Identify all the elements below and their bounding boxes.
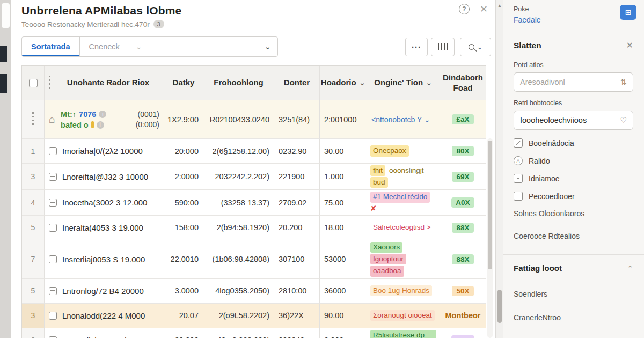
left-nav-tile	[2, 3, 10, 28]
summary-paren1: (0001)	[138, 110, 159, 119]
info-icon: i	[99, 111, 106, 118]
sidebar-link-list: Solnes OlocionlaorosCoerooce Rdtealios	[514, 209, 633, 240]
filter-select[interactable]: ⌄ ⌄	[129, 37, 277, 56]
document-icon[interactable]	[49, 147, 57, 155]
drag-handle-icon[interactable]	[32, 112, 34, 127]
table-row[interactable]: 4Inocetha(3002 3 12.000590:00(33258 13.3…	[22, 190, 486, 215]
sidebar-checkbox-item[interactable]: Idniamoe	[514, 174, 633, 183]
ongin-tag: bud	[370, 177, 388, 188]
sidebar-section2-header[interactable]: Fattiag looot ⌃	[514, 255, 633, 275]
header-name[interactable]: Unohante Rador Riox	[45, 66, 164, 100]
row-number: 1	[22, 139, 45, 164]
circle-a-icon[interactable]: A	[514, 156, 523, 165]
summary-froh: R02100433.0240	[203, 100, 274, 139]
table-row[interactable]: 3Lnoreifta|@J32 3 100002:00002032242.2.2…	[22, 164, 486, 190]
cell-datky: 20.07	[164, 304, 203, 328]
field1-label: Potd atios	[514, 61, 633, 69]
close-icon[interactable]: ✕	[480, 4, 488, 14]
table-scrollbar[interactable]	[487, 138, 493, 338]
table-row[interactable]: 1Imoriaha|0/(2λ2 1000020:0002(6§1258.12.…	[22, 139, 486, 164]
row-name-cell: Lnoreifta|@J32 3 10000	[45, 164, 164, 190]
document-icon[interactable]	[49, 224, 57, 232]
ongin-tag: Iguoptour	[370, 254, 406, 264]
sidebar-checkbox-item[interactable]: ARalido	[514, 156, 633, 165]
field2-input[interactable]: Ioooheoloechviioos ♡	[514, 111, 633, 130]
panel-scrollbar-thumb[interactable]	[497, 290, 502, 323]
sidebar-link[interactable]: Coerooce Rdtealios	[514, 232, 633, 240]
table-row[interactable]: 6Lnacarlic|19,023 (000039.00040:g2 362.0…	[22, 328, 486, 338]
ongin-tag: #1 Mechcl técido	[370, 192, 430, 202]
more-options-button[interactable]: ···	[405, 38, 428, 56]
cell-foad: 88X	[440, 216, 486, 240]
checkbox-slash-icon[interactable]	[514, 138, 523, 148]
summary-parens: (0001) (0:000)	[136, 109, 159, 129]
row-checkbox[interactable]	[49, 255, 57, 263]
cell-datky: 590:00	[164, 190, 203, 215]
data-table: Unohante Rador Riox Datky Frohoohlong Do…	[21, 65, 486, 338]
cell-ongin: Boo 1ug Honrads	[367, 279, 440, 304]
row-number: 3	[22, 304, 45, 328]
section2-title: Fattiag looot	[514, 263, 562, 273]
cell-hoadorio: 18.00	[320, 216, 367, 240]
document-icon[interactable]	[49, 173, 57, 181]
document-icon[interactable]	[49, 287, 57, 295]
grid-icon: ⊞	[625, 8, 632, 17]
row-name-cell: Lntronlog/72 B4 20000	[45, 279, 164, 304]
row-number: 4	[22, 190, 45, 215]
sidebar-checkbox-item[interactable]: Booelnâdocia	[514, 138, 633, 148]
sidebar-link[interactable]: Solnes Olocionlaoros	[514, 209, 633, 218]
ongin-tag: Sälretcoleogtisd >	[370, 222, 434, 233]
drag-handle-icon[interactable]	[49, 76, 50, 91]
cell-donter: 2709.02	[274, 190, 320, 215]
header-foad[interactable]: Dindaborh Foad	[440, 66, 486, 100]
tab-bar: Sortatrada Cneneck ⌄ ⌄	[21, 36, 278, 57]
tab-cneneck[interactable]: Cneneck	[80, 37, 129, 56]
summary-row[interactable]: ⌂ Mt:↑ 7076 i bafed o i	[22, 100, 486, 139]
cell-donter: 2810:00	[274, 279, 320, 304]
left-nav-dark-tile-2[interactable]	[0, 74, 7, 93]
cell-ongin: XaooorsIguoptouroaadboa	[367, 240, 440, 279]
summary-ongin-link[interactable]: <nttonobotcb Y ⌄	[371, 115, 430, 124]
table-row[interactable]: 5Ineralta(4053 3 19.000158:002(b94:58.19…	[22, 216, 486, 240]
checkbox-empty-icon[interactable]	[514, 192, 523, 201]
cell-ongin: Σoranougt ŏiooeat	[367, 304, 440, 328]
header-datky[interactable]: Datky	[164, 66, 203, 100]
header-frohoohlong[interactable]: Frohoohlong	[203, 66, 274, 100]
sidebar-section2-item[interactable]: CranerleNtroo	[514, 313, 633, 322]
square-dot-icon[interactable]	[514, 174, 523, 183]
panel-scrollbar[interactable]: ▲	[495, 0, 503, 338]
table-scrollbar-thumb[interactable]	[488, 141, 492, 269]
cell-datky: 39.000	[164, 328, 203, 338]
header-donter[interactable]: Donter	[274, 66, 320, 100]
columns-button[interactable]	[431, 38, 455, 56]
field2-label: Retri bobtoocles	[514, 99, 633, 107]
table-row[interactable]: 7Insrerliaj0053 S 19.00022.0010(1b06:98.…	[22, 240, 486, 279]
tab-sortatrada[interactable]: Sortatrada	[22, 37, 80, 56]
table-row[interactable]: 3Lnonalodd(222 4 M00020.072(o9L58.2202)3…	[22, 304, 486, 328]
cell-hoadorio: 36000	[320, 279, 367, 304]
header-hoadorio[interactable]: Hoadorio ⌄	[320, 66, 367, 100]
summary-drag-cell[interactable]	[22, 100, 45, 139]
row-number: 3	[22, 164, 45, 190]
scroll-up-icon[interactable]: ▲	[496, 3, 503, 8]
info-icon: i	[97, 121, 104, 129]
select-all-checkbox[interactable]	[29, 79, 38, 87]
table-row[interactable]: 5Lntronlog/72 B4 200003.00004log0358.205…	[22, 279, 486, 304]
left-nav-dark-tile-1[interactable]	[0, 46, 7, 62]
search-button[interactable]: ⌄	[460, 38, 491, 56]
sidebar-action-button[interactable]: ⊞	[620, 5, 636, 20]
panel-header: Unbrrelena APMilabas lObme Teoooo Reston…	[11, 0, 495, 33]
sidebar-checkbox-label: Idniamoe	[529, 174, 560, 183]
chevron-up-icon[interactable]: ⌃	[627, 264, 633, 273]
document-icon[interactable]	[49, 312, 57, 320]
field1-select[interactable]: Aresoadivonl ⇅	[514, 72, 633, 92]
sidebar-top-link[interactable]: Faedale	[514, 16, 633, 24]
header-ongin[interactable]: Onginc' Tion ⌄	[367, 66, 440, 100]
document-icon[interactable]	[49, 199, 57, 207]
status-badge: 88X	[452, 254, 473, 264]
sidebar-checkbox-item[interactable]: Peccoedlooer	[514, 192, 633, 201]
help-icon[interactable]: ?	[459, 4, 470, 14]
sidebar-section2-item[interactable]: Soendlers	[514, 290, 633, 298]
document-icon[interactable]	[49, 336, 57, 338]
close-icon[interactable]: ✕	[626, 40, 633, 50]
